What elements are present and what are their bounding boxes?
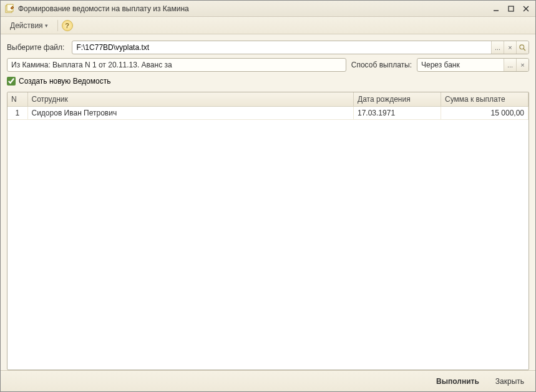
window-controls bbox=[490, 4, 532, 14]
table-row[interactable]: 1 Сидоров Иван Петрович 17.03.1971 15 00… bbox=[7, 107, 529, 120]
kamin-value: Из Камина: Выплата N 1 от 20.11.13. Аван… bbox=[7, 61, 346, 69]
svg-point-6 bbox=[520, 44, 524, 49]
employee-table: N Сотрудник Дата рождения Сумма к выплат… bbox=[7, 92, 529, 120]
close-button[interactable] bbox=[520, 4, 532, 14]
kamin-row: Из Камина: Выплата N 1 от 20.11.13. Аван… bbox=[7, 58, 529, 72]
cell-n: 1 bbox=[7, 107, 27, 120]
window: Формирование ведомости на выплату из Кам… bbox=[0, 0, 536, 392]
search-icon[interactable] bbox=[516, 41, 529, 54]
cell-dob: 17.03.1971 bbox=[354, 107, 441, 120]
actions-menu[interactable]: Действия ▾ bbox=[4, 19, 54, 32]
method-select-button[interactable]: ... bbox=[504, 59, 516, 71]
content: Выберите файл: ... × Из Камина: Выплата … bbox=[1, 34, 535, 370]
minimize-button[interactable] bbox=[490, 4, 502, 14]
table-container: N Сотрудник Дата рождения Сумма к выплат… bbox=[7, 92, 529, 370]
close-link[interactable]: Закрыть bbox=[492, 375, 528, 388]
create-new-label: Создать новую Ведомость bbox=[19, 77, 110, 86]
col-header-n[interactable]: N bbox=[7, 92, 27, 107]
method-label: Способ выплаты: bbox=[351, 61, 412, 69]
window-title: Формирование ведомости на выплату из Кам… bbox=[18, 4, 490, 13]
svg-line-7 bbox=[524, 48, 525, 50]
method-value: Через банк bbox=[417, 61, 504, 69]
file-row: Выберите файл: ... × bbox=[7, 41, 529, 54]
col-header-employee[interactable]: Сотрудник bbox=[27, 92, 354, 107]
maximize-button[interactable] bbox=[505, 4, 517, 14]
chevron-down-icon: ▾ bbox=[45, 22, 48, 29]
help-icon[interactable]: ? bbox=[62, 20, 73, 31]
footer: Выполнить Закрыть bbox=[1, 370, 535, 391]
create-new-checkbox[interactable] bbox=[7, 77, 16, 86]
file-clear-button[interactable]: × bbox=[504, 41, 516, 54]
kamin-field[interactable]: Из Камина: Выплата N 1 от 20.11.13. Аван… bbox=[7, 58, 346, 72]
titlebar: Формирование ведомости на выплату из Кам… bbox=[1, 1, 535, 17]
file-label: Выберите файл: bbox=[7, 43, 64, 52]
toolbar: Действия ▾ ? bbox=[1, 17, 535, 34]
method-field[interactable]: Через банк ... × bbox=[417, 58, 529, 72]
col-header-sum[interactable]: Сумма к выплате bbox=[441, 92, 529, 107]
svg-rect-3 bbox=[509, 6, 514, 11]
method-clear-button[interactable]: × bbox=[516, 59, 529, 71]
col-header-dob[interactable]: Дата рождения bbox=[354, 92, 441, 107]
execute-button[interactable]: Выполнить bbox=[432, 375, 483, 388]
app-icon bbox=[4, 4, 14, 14]
file-select-button[interactable]: ... bbox=[491, 41, 504, 54]
cell-employee: Сидоров Иван Петрович bbox=[27, 107, 354, 120]
file-input-wrap: ... × bbox=[72, 41, 529, 54]
file-input[interactable] bbox=[72, 41, 491, 54]
actions-menu-label: Действия bbox=[10, 21, 43, 30]
create-new-row: Создать новую Ведомость bbox=[7, 77, 529, 86]
toolbar-divider bbox=[57, 20, 58, 31]
table-header-row: N Сотрудник Дата рождения Сумма к выплат… bbox=[7, 92, 529, 107]
cell-sum: 15 000,00 bbox=[441, 107, 529, 120]
